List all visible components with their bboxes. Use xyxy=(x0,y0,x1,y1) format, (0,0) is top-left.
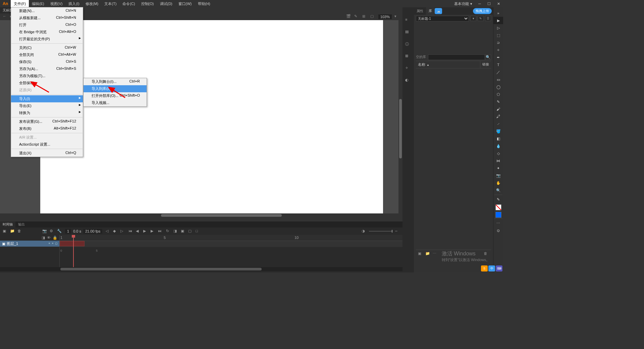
eraser-tool-icon[interactable]: ◇ xyxy=(493,150,503,157)
file-menu-item[interactable]: 关闭(C)Ctrl+W xyxy=(11,44,83,51)
transform-icon[interactable]: ⊞ xyxy=(405,54,411,60)
swatch-icon[interactable]: ✧ xyxy=(405,66,411,72)
delete-layer-icon[interactable]: 🗑 xyxy=(17,229,22,234)
new-symbol-icon[interactable]: ▣ xyxy=(418,251,423,256)
file-menu-item[interactable]: 保存(S)Ctrl+S xyxy=(11,58,83,65)
brush-tool-icon[interactable]: 🖌 xyxy=(493,105,503,113)
vertical-scrollbar[interactable] xyxy=(398,20,402,217)
magic-wand-tool-icon[interactable]: ✧ xyxy=(493,46,503,54)
fill-color-swatch[interactable] xyxy=(495,212,501,218)
paint-brush-tool-icon[interactable]: 🖍 xyxy=(493,113,503,120)
snap-to-object-icon[interactable]: ⊙ xyxy=(493,227,503,234)
insert-blank-keyframe-icon[interactable]: ▢ xyxy=(188,229,193,234)
visibility-icon[interactable]: 👁 xyxy=(47,236,51,240)
file-menu-item[interactable]: 发布设置(G)...Ctrl+Shift+F12 xyxy=(11,118,83,125)
menu-6[interactable]: 命令(C) xyxy=(119,0,138,8)
library-search-input[interactable] xyxy=(428,54,485,60)
search-icon[interactable]: 🔍 xyxy=(485,55,491,60)
current-frame[interactable]: 1 xyxy=(65,229,71,234)
file-menu-item[interactable]: 另存为(A)...Ctrl+Shift+S xyxy=(11,65,83,72)
back-icon[interactable]: ← xyxy=(3,14,8,19)
wrench-icon[interactable]: 🔧 xyxy=(57,229,62,234)
cc-libraries-icon[interactable]: ◐ xyxy=(405,78,411,84)
camera-layer-icon[interactable]: 📷 xyxy=(42,229,47,234)
go-last-frame-icon[interactable]: ⏭ xyxy=(158,229,163,234)
list-icon[interactable]: ☰ xyxy=(485,16,491,21)
menu-8[interactable]: 调试(D) xyxy=(157,0,175,8)
cloud-icon[interactable]: ☁ xyxy=(435,8,442,14)
add-layer-icon[interactable]: ▣ xyxy=(3,229,7,234)
prev-keyframe-icon[interactable]: ◁ xyxy=(106,229,110,234)
menu-10[interactable]: 帮助(H) xyxy=(195,0,213,8)
go-first-frame-icon[interactable]: ⏮ xyxy=(128,229,133,234)
lasso-tool-icon[interactable]: ⊃ xyxy=(493,39,503,46)
eyedropper-tool-icon[interactable]: 💧 xyxy=(493,142,503,150)
file-menu-item[interactable]: 另存为模板(T)... xyxy=(11,72,83,80)
file-menu-item[interactable]: 全部关闭Ctrl+Alt+W xyxy=(11,51,83,58)
file-menu-item[interactable]: 在 Bridge 中浏览Ctrl+Alt+O xyxy=(11,29,83,36)
info-icon[interactable]: ⓘ xyxy=(405,42,411,48)
properties-icon[interactable]: ⋯ xyxy=(433,251,438,256)
layer-row[interactable]: ▣ 图层_1 xyxy=(0,241,59,247)
expand-icon[interactable]: » xyxy=(493,9,503,17)
file-menu-item[interactable]: ActionScript 设置... xyxy=(11,141,83,148)
upload-button[interactable]: 拖拽上传 xyxy=(473,8,492,14)
output-tab[interactable]: 输出 xyxy=(15,221,28,228)
timeline-scrollbar[interactable] xyxy=(0,267,402,271)
clip-icon[interactable]: ▢ xyxy=(370,14,376,19)
stroke-color-icon[interactable]: ✎ xyxy=(493,196,503,203)
file-menu-item[interactable]: 退出(X)Ctrl+Q xyxy=(11,150,83,157)
free-transform-tool-icon[interactable]: ⬚ xyxy=(493,32,503,39)
file-menu-item[interactable]: 转换为▶ xyxy=(11,109,83,116)
menu-2[interactable]: 视图(V) xyxy=(47,0,66,8)
maximize-button[interactable]: ☐ xyxy=(484,0,494,7)
insert-frame-icon[interactable]: □ xyxy=(196,229,200,234)
file-menu-item[interactable]: 打开Ctrl+O xyxy=(11,21,83,29)
file-menu-item[interactable]: 导入(I)▶ xyxy=(11,95,83,102)
loop-icon[interactable]: ↻ xyxy=(166,229,171,234)
file-menu-item[interactable]: 从模板新建...Ctrl+Shift+N xyxy=(11,14,83,21)
frame-rate[interactable]: 21.00 fps xyxy=(83,229,102,234)
pen-tool-icon[interactable]: ✒ xyxy=(493,54,503,61)
properties-tab[interactable]: 属性 xyxy=(414,7,426,15)
import-submenu-item[interactable]: 导入到舞台(I)...Ctrl+R xyxy=(84,78,147,85)
text-tool-icon[interactable]: T xyxy=(493,61,503,68)
close-window-button[interactable]: ✕ xyxy=(494,0,503,7)
menu-5[interactable]: 文本(T) xyxy=(101,0,119,8)
subselection-tool-icon[interactable]: ▷ xyxy=(493,24,503,32)
timeline-track[interactable] xyxy=(60,241,402,247)
align-panel-icon[interactable]: ▤ xyxy=(405,30,411,36)
stroke-color-swatch[interactable] xyxy=(495,204,501,210)
library-col-name[interactable]: 名称▲ xyxy=(416,61,480,68)
onion-skin-icon[interactable]: ◨ xyxy=(173,229,178,234)
zoom-level[interactable]: 103% xyxy=(378,14,392,19)
menu-3[interactable]: 插入(I) xyxy=(65,0,82,8)
menu-0[interactable]: 文件(F) xyxy=(11,0,29,8)
next-keyframe-icon[interactable]: ▷ xyxy=(120,229,125,234)
ink-bottle-tool-icon[interactable]: ◧ xyxy=(493,135,503,142)
chevron-down-icon[interactable]: ▾ xyxy=(394,14,400,19)
step-forward-icon[interactable]: ▶ xyxy=(151,229,155,234)
camera-tool-icon[interactable]: 📷 xyxy=(493,172,503,179)
pencil-tool-icon[interactable]: ✎ xyxy=(493,98,503,105)
width-tool-icon[interactable]: ⋈ xyxy=(493,157,503,164)
new-folder-icon[interactable]: 📁 xyxy=(425,251,431,256)
library-tab[interactable]: 库 xyxy=(426,7,435,15)
timeline-frames[interactable]: 1 5 10 5 0 xyxy=(60,235,402,267)
layer-depth-icon[interactable]: ⚙ xyxy=(50,229,54,234)
file-menu-item[interactable]: 导出(E)▶ xyxy=(11,102,83,109)
align-icon[interactable]: ≡ xyxy=(405,17,411,23)
highlight-icon[interactable]: ◨ xyxy=(42,236,45,240)
oval-tool-icon[interactable]: ◯ xyxy=(493,83,503,91)
step-back-icon[interactable]: ◀ xyxy=(136,229,141,234)
clapper-icon[interactable]: 🎬 xyxy=(346,14,352,19)
file-menu-item[interactable]: 发布(B)Alt+Shift+F12 xyxy=(11,125,83,132)
menu-1[interactable]: 编辑(E) xyxy=(29,0,47,8)
play-icon[interactable]: ▶ xyxy=(143,229,148,234)
polystar-tool-icon[interactable]: ⬠ xyxy=(493,91,503,98)
keyframe-marker-icon[interactable]: ◆ xyxy=(113,229,118,234)
timeline-ruler[interactable]: 1 5 10 xyxy=(60,235,402,241)
asset-warp-tool-icon[interactable]: ✦ xyxy=(493,164,503,172)
hand-tool-icon[interactable]: ✋ xyxy=(493,179,503,187)
line-tool-icon[interactable]: ／ xyxy=(493,68,503,76)
